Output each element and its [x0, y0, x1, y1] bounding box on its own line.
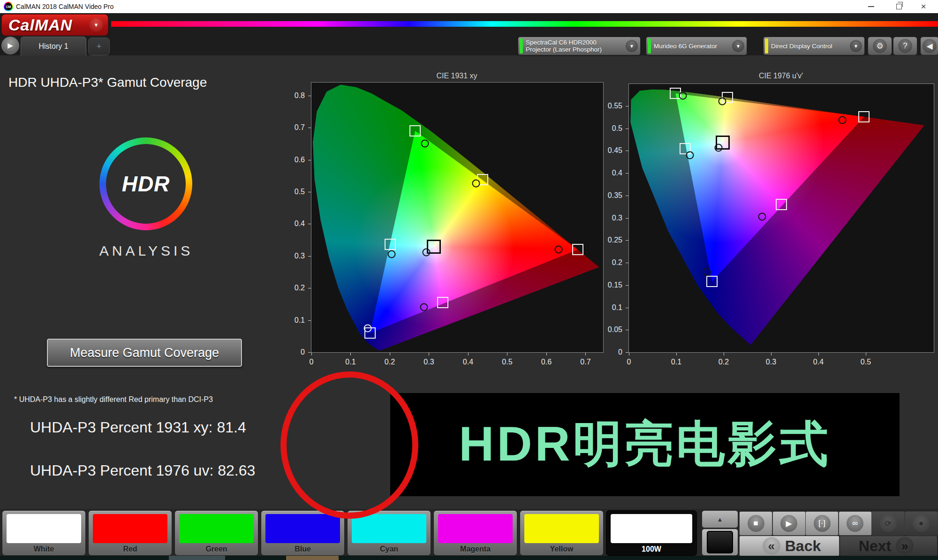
targets-marker-cyan: [385, 239, 396, 250]
title-bar: CM CalMAN 2018 CalMAN Video Pro ×: [0, 0, 938, 13]
play-icon: ▶: [780, 515, 797, 532]
y-tick: [308, 160, 311, 160]
y-tick: [308, 192, 311, 192]
source-button-100w-selected[interactable]: 100W: [606, 510, 697, 556]
picture-mode-banner-text: HDR明亮电影式: [459, 412, 831, 477]
calman-logo-menu[interactable]: CalMAN ▼: [1, 14, 108, 36]
tab-scroll-button[interactable]: ▶: [1, 37, 19, 54]
settings-button[interactable]: ⚙: [868, 37, 892, 55]
color-patch: [265, 514, 340, 543]
step-button[interactable]: [·]: [805, 511, 839, 536]
y-tick: [626, 218, 628, 219]
maximize-button[interactable]: [888, 0, 910, 13]
y-tick: [626, 308, 628, 308]
chevron-down-icon: ▼: [850, 40, 862, 52]
measured-marker-magenta: [420, 303, 428, 311]
measured-marker-green: [421, 140, 429, 148]
targets-marker-magenta: [776, 199, 787, 210]
y-tick-label: 0.2: [295, 284, 305, 292]
y-tick: [626, 263, 628, 263]
close-button[interactable]: ×: [913, 0, 934, 13]
tab-history-1[interactable]: History 1: [21, 37, 86, 56]
chevron-down-icon: ▼: [626, 40, 638, 52]
next-button[interactable]: Next »: [840, 536, 938, 556]
source-button-green[interactable]: Green: [174, 510, 258, 556]
y-tick: [626, 129, 628, 129]
annotation-circle: [280, 371, 418, 519]
source-button-label: Red: [89, 545, 172, 553]
source-button-red[interactable]: Red: [88, 510, 172, 556]
loop-button[interactable]: ∞: [839, 511, 872, 536]
generator-selector[interactable]: Murideo 6G Generator ▼: [646, 37, 747, 55]
taskbar-sliver: [0, 556, 938, 560]
x-tick-label: 0.4: [813, 358, 824, 366]
y-tick-label: 0: [618, 348, 622, 356]
pattern-window-toggle[interactable]: [702, 529, 738, 556]
y-tick-label: 0.2: [612, 258, 622, 267]
x-tick: [866, 353, 866, 356]
y-tick: [626, 285, 628, 286]
x-tick-label: 0.5: [861, 358, 871, 366]
x-tick-label: 0.2: [719, 358, 729, 366]
x-tick: [390, 353, 390, 356]
generator-selector-label: Murideo 6G Generator: [654, 43, 732, 50]
add-tab-button[interactable]: +: [88, 38, 110, 55]
y-tick-label: 0.4: [295, 219, 305, 228]
y-tick-label: 0.05: [608, 325, 622, 334]
y-tick-label: 0.3: [295, 252, 305, 260]
y-tick-label: 0.5: [295, 188, 305, 196]
targets-marker-green: [409, 125, 421, 136]
targets-marker-red: [858, 111, 870, 122]
help-button[interactable]: ?: [893, 37, 917, 55]
collapse-panel-button[interactable]: ◀: [920, 37, 938, 55]
taskbar-item: [286, 556, 339, 560]
x-tick: [546, 353, 547, 356]
y-tick: [308, 288, 311, 288]
expand-patterns-button[interactable]: ▲: [702, 510, 738, 528]
source-button-label: Yellow: [520, 545, 603, 553]
display-control-selector[interactable]: Direct Display Control ▼: [763, 37, 865, 55]
next-label: Next: [859, 537, 891, 555]
step-icon: [·]: [814, 515, 831, 532]
source-button-magenta[interactable]: Magenta: [433, 510, 517, 556]
page-title: HDR UHDA-P3* Gamut Coverage: [8, 75, 207, 90]
meter-selector[interactable]: SpectraCal C6 HDR2000Projector (Laser Ph…: [518, 37, 641, 55]
y-tick: [626, 240, 628, 241]
picture-mode-banner: HDR明亮电影式: [390, 393, 900, 496]
measured-marker-white: [714, 144, 722, 151]
chevron-up-icon: ▲: [717, 516, 723, 523]
source-button-white[interactable]: White: [2, 510, 86, 556]
x-tick-label: 0.3: [424, 358, 434, 366]
measured-marker-magenta: [758, 212, 766, 220]
record-icon: ●: [913, 515, 930, 532]
y-tick-label: 0.1: [612, 303, 622, 312]
measured-blue-marker-blue: [364, 324, 372, 332]
y-tick: [308, 128, 311, 128]
result-1976-uv: UHDA-P3 Percent 1976 uv: 82.63: [30, 462, 255, 479]
measure-gamut-coverage-button[interactable]: Measure Gamut Coverage: [47, 339, 242, 367]
stop-button[interactable]: ■: [739, 511, 772, 536]
x-tick-label: 0.3: [766, 358, 776, 366]
minimize-button[interactable]: [860, 0, 882, 13]
meter-selector-label: SpectraCal C6 HDR2000Projector (Laser Ph…: [526, 39, 626, 53]
source-button-label: White: [2, 545, 85, 553]
y-tick-label: 0.8: [295, 91, 305, 100]
back-button[interactable]: « Back: [739, 536, 840, 556]
bottom-control-bar: WhiteRedGreenBlueCyanMagentaYellow100W ▲…: [0, 509, 938, 556]
y-tick-label: 0: [301, 348, 305, 356]
chevron-left-icon: ◀: [923, 39, 937, 53]
source-button-yellow[interactable]: Yellow: [520, 510, 604, 556]
x-tick: [676, 353, 677, 356]
x-tick-label: 0.1: [345, 358, 356, 366]
x-tick-label: 0.4: [463, 358, 473, 366]
source-button-blue[interactable]: Blue: [261, 510, 345, 556]
y-tick-label: 0.25: [608, 236, 622, 244]
color-patch: [93, 514, 167, 543]
chevron-down-icon: ▼: [89, 18, 103, 32]
y-tick-label: 0.3: [612, 214, 622, 222]
record-button: ●: [905, 511, 938, 536]
analysis-label: ANALYSIS: [53, 243, 240, 259]
chevron-double-right-icon: »: [896, 537, 914, 555]
source-button-label: Blue: [261, 545, 344, 553]
play-button[interactable]: ▶: [772, 511, 806, 536]
